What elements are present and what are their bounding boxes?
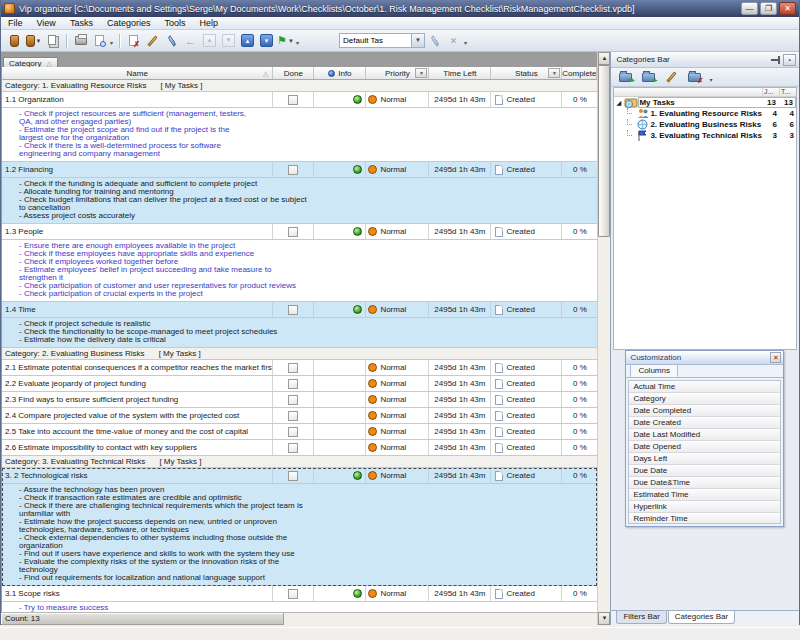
done-checkbox[interactable] [288,165,298,175]
tree-item-category[interactable]: 3. Evaluating Technical Risks33 [614,130,796,141]
scroll-down-icon[interactable]: ▼ [598,612,610,625]
task-row[interactable]: 2.5 Take into account the time-value of … [2,424,597,440]
customization-column-item[interactable]: Due Date [629,465,780,477]
toolbar-overflow-icon[interactable]: ▾ [709,76,712,83]
close-button[interactable]: ✕ [779,2,796,15]
pin-icon[interactable] [771,59,779,61]
assign-task-icon[interactable] [163,32,180,50]
toolbar-overflow-icon[interactable]: ▾ [464,39,467,46]
delete-task-icon[interactable]: ✗ [125,32,142,50]
tree-item-category[interactable]: 1. Evaluating Resource Risks44 [614,108,796,119]
edit-task-icon[interactable] [144,32,161,50]
flag-icon[interactable]: ⚑▼ [277,32,294,50]
apply-template-icon[interactable] [426,32,443,50]
customization-column-item[interactable]: Due Date&Time [629,477,780,489]
tree-item-root[interactable]: ◢My Tasks1313 [614,97,796,108]
print-icon[interactable] [72,32,89,50]
menu-item-help[interactable]: Help [192,18,225,28]
delete-category-icon[interactable]: ✗ [686,68,703,86]
customization-column-item[interactable]: Date Opened [629,441,780,453]
task-row[interactable]: 2.2 Evaluate jeopardy of project funding… [2,376,597,392]
done-checkbox[interactable] [288,227,298,237]
done-checkbox[interactable] [288,95,298,105]
task-row[interactable]: 1.1 OrganizationNormal2495d 1h 43mCreate… [2,92,597,108]
restore-button[interactable]: ❐ [760,2,777,15]
column-header-time-left[interactable]: Time Left [429,67,491,79]
customization-column-item[interactable]: Date Last Modified [629,429,780,441]
tree-item-category[interactable]: 2. Evaluating Business Risks66 [614,119,796,130]
menu-item-categories[interactable]: Categories [100,18,158,28]
task-row[interactable]: 3.1 Scope risksNormal2495d 1h 43mCreated… [2,586,597,602]
task-row[interactable]: 2.4 Compare projected value of the syste… [2,408,597,424]
tab-categories-bar[interactable]: Categories Bar [668,611,735,624]
task-row[interactable]: 1.3 PeopleNormal2495d 1h 43mCreated0 % [2,224,597,240]
tree-expander-icon[interactable]: ◢ [614,99,623,106]
customization-column-item[interactable]: Reminder Time [629,513,780,524]
move-down-disabled-icon[interactable]: ▼ [220,32,237,50]
menu-item-view[interactable]: View [30,18,63,28]
menu-item-file[interactable]: File [1,18,30,28]
task-row[interactable]: 1.4 TimeNormal2495d 1h 43mCreated0 % [2,302,597,318]
done-checkbox[interactable] [288,443,298,453]
category-group-row[interactable]: Category: 3. Evaluating Technical Risks[… [2,456,597,468]
clear-template-icon[interactable]: ✕ [445,32,462,50]
task-row[interactable]: 3. 2 Technological risksNormal2495d 1h 4… [2,468,597,484]
customization-column-item[interactable]: Estimated Time [629,489,780,501]
complete-task-icon[interactable]: ← [182,32,199,50]
done-checkbox[interactable] [288,411,298,421]
default-task-combobox[interactable]: Default Tas ▼ [339,33,425,48]
done-checkbox[interactable] [288,427,298,437]
panel-menu-icon[interactable]: ▪ [783,54,796,66]
close-icon[interactable]: ✕ [770,352,781,363]
expand-all-icon[interactable]: ▲ [239,32,256,50]
move-up-disabled-icon[interactable]: ▲ [201,32,218,50]
collapse-all-icon[interactable]: ▼ [258,32,275,50]
new-category-icon[interactable]: ↷ [617,68,634,86]
done-checkbox[interactable] [288,395,298,405]
task-row[interactable]: 1.2 FinancingNormal2495d 1h 43mCreated0 … [2,162,597,178]
vertical-scrollbar[interactable]: ▲ ▼ [597,52,610,625]
customization-column-item[interactable]: Category [629,393,780,405]
done-checkbox[interactable] [288,305,298,315]
tree-column-1[interactable]: J... [762,88,779,96]
column-header-status[interactable]: Status▼ [491,67,562,79]
task-row[interactable]: 2.3 Find ways to ensure sufficient proje… [2,392,597,408]
column-header-info[interactable]: Info [314,67,366,79]
customization-column-item[interactable]: Actual Time [629,381,780,393]
column-header-name[interactable]: Name△ [2,67,273,79]
edit-category-icon[interactable] [663,68,680,86]
filter-dropdown-icon[interactable]: ▼ [415,68,427,78]
tab-columns[interactable]: Columns [630,364,678,377]
new-subcategory-icon[interactable]: + [640,68,657,86]
tree-column-headers[interactable]: J... T... [614,88,796,97]
new-task-icon[interactable] [6,32,23,50]
print-preview-icon[interactable] [91,32,108,50]
column-header-complete[interactable]: Complete [562,67,597,79]
task-row[interactable]: 2.1 Estimate potential consequences if a… [2,360,597,376]
done-checkbox[interactable] [288,471,298,481]
category-group-row[interactable]: Category: 2. Evaluating Business Risks[ … [2,348,597,360]
customization-column-item[interactable]: Date Created [629,417,780,429]
chevron-down-icon[interactable]: ▼ [411,34,424,47]
done-checkbox[interactable] [288,363,298,373]
tab-filters-bar[interactable]: Filters Bar [616,611,666,624]
new-task-menu-icon[interactable]: ▼ [25,32,42,50]
customization-column-item[interactable]: Days Left [629,453,780,465]
done-checkbox[interactable] [288,589,298,599]
scroll-up-icon[interactable]: ▲ [598,52,610,65]
menu-item-tasks[interactable]: Tasks [63,18,100,28]
filter-dropdown-icon[interactable]: ▼ [548,68,560,78]
duplicate-task-icon[interactable] [44,32,61,50]
column-header-done[interactable]: Done [273,67,314,79]
customization-column-item[interactable]: Date Completed [629,405,780,417]
done-checkbox[interactable] [288,379,298,389]
task-row[interactable]: 2.6 Estimate impossibility to contact wi… [2,440,597,456]
scrollbar-thumb[interactable] [598,65,610,237]
toolbar-overflow-icon[interactable]: ▾ [296,39,299,46]
toolbar-overflow-icon[interactable]: ▾ [110,39,113,46]
tree-column-2[interactable]: T... [779,88,796,96]
minimize-button[interactable]: — [741,2,758,15]
menu-item-tools[interactable]: Tools [157,18,192,28]
scrollbar-track[interactable] [598,65,610,612]
column-header-priority[interactable]: Priority▼ [366,67,429,79]
